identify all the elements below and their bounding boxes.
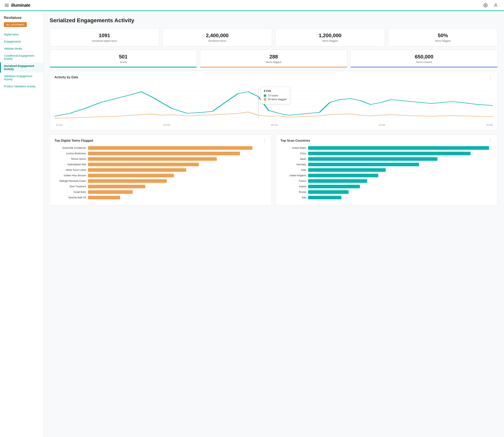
list-item: Midnight Renewal Cream: [55, 179, 267, 183]
list-item: Japan: [281, 157, 493, 161]
bar-fill: [308, 179, 367, 183]
svg-point-1: [495, 4, 496, 5]
bar-label: Ireland: [281, 185, 306, 188]
x-label-4: 23 Feb: [486, 124, 493, 126]
stats-row-1: 1091 Serialized digital twins 2,400,000 …: [50, 28, 498, 46]
header-right: [482, 2, 499, 9]
list-item: HydraSplash Mist: [55, 163, 267, 166]
x-label-0: 23 Jan: [56, 124, 63, 126]
bar-outer: [88, 152, 267, 155]
bar-outer: [308, 179, 493, 183]
list-item: United Kingdom: [281, 174, 493, 177]
list-item: Ireland: [281, 185, 493, 188]
sidebar-item-engagements[interactable]: Engagements: [0, 38, 43, 45]
bar-label: Germany: [281, 163, 306, 166]
sidebar-item-validate-media[interactable]: Validate Media: [0, 45, 43, 52]
sidebar-item-conditional-engagement[interactable]: Conditional Engagement Activity: [0, 52, 43, 62]
account-button[interactable]: [492, 2, 499, 9]
sidebar-item-validation-engagement[interactable]: Validation Engagement Activity: [0, 73, 43, 83]
list-item: Golden Hour Bronzer: [55, 174, 267, 177]
bar-outer: [88, 168, 267, 172]
list-item: Revive Serum: [55, 157, 267, 161]
sidebar: Revitaluxe ALL ACCOUNTS Digital twins En…: [0, 11, 43, 437]
stat-value-items-flagged-2: 288: [205, 54, 342, 60]
hamburger-icon[interactable]: [5, 4, 9, 7]
bar-fill: [308, 157, 437, 161]
top-countries-card: Top Scan Countries ⋮ United States China…: [276, 134, 498, 205]
chart-tooltip: 8 Feb 73 scans 59 items flagged: [261, 87, 290, 104]
top-flagged-bars: DreamSilk Conditioner Lumina Moisturizer…: [55, 146, 267, 199]
bar-outer: [308, 152, 493, 155]
tooltip-date: 8 Feb: [264, 89, 286, 92]
bar-outer: [308, 196, 493, 199]
teal-swatch: [264, 94, 266, 97]
stat-card-digital-twins: 1091 Serialized digital twins: [50, 28, 159, 46]
tooltip-items-flagged: 59 items flagged: [264, 98, 286, 101]
bar-fill: [88, 190, 133, 194]
sidebar-item-product-validation[interactable]: Product Validation Activity: [0, 83, 43, 90]
bar-label: Sculpt Balm: [55, 191, 86, 193]
bar-label: Golden Hour Bronzer: [55, 174, 86, 177]
list-item: Elixir Treatment: [55, 185, 267, 188]
top-countries-options[interactable]: ⋮: [488, 138, 493, 143]
bar-fill: [88, 163, 199, 166]
x-label-1: 03 Feb: [163, 124, 170, 126]
stat-label-items-created: Items created: [355, 61, 493, 64]
stat-card-scans: 501 Scans: [50, 50, 197, 68]
bar-fill: [308, 190, 349, 194]
bar-outer: [308, 185, 493, 188]
bar-label: Russia: [281, 191, 306, 193]
bar-label: HydraSplash Mist: [55, 163, 86, 166]
bar-label: Japan: [281, 158, 306, 160]
chart-container: 8 Feb 73 scans 59 items flagged 23 Jan 0…: [55, 83, 493, 126]
bar-fill: [88, 168, 186, 172]
tooltip-items-flagged-label: 59 items flagged: [268, 98, 286, 101]
bar-label: Revive Serum: [55, 158, 86, 160]
stat-label-items-flagged-2: Items flagged: [205, 61, 342, 64]
sidebar-item-serialized-engagement[interactable]: Serialized Engagement Activity: [0, 62, 43, 73]
bar-fill: [308, 174, 378, 177]
settings-button[interactable]: [482, 2, 489, 9]
sidebar-nav: Digital twins Engagements Validate Media…: [0, 31, 43, 90]
list-item: China: [281, 152, 493, 155]
sidebar-item-digital-twins[interactable]: Digital twins: [0, 31, 43, 38]
bar-fill: [88, 157, 217, 161]
top-countries-bars: United States China Japan Germany India: [281, 146, 493, 199]
all-accounts-button[interactable]: ALL ACCOUNTS: [4, 22, 27, 27]
stat-value-items-created: 650,000: [355, 54, 493, 60]
bar-label: France: [281, 180, 306, 182]
list-item: Serenity Bath Oil: [55, 196, 267, 199]
bar-fill: [88, 152, 240, 155]
x-label-2: 09 Feb: [271, 124, 278, 126]
chart-header: Activity by Date ⋮: [55, 75, 493, 80]
bar-outer: [308, 163, 493, 166]
list-item: Russia: [281, 190, 493, 194]
bar-fill: [88, 179, 167, 183]
bar-label: Serenity Bath Oil: [55, 196, 86, 199]
list-item: United States: [281, 146, 493, 150]
bottom-row: Top Digital Twins Flagged ⋮ DreamSilk Co…: [50, 134, 498, 205]
bar-fill: [308, 168, 386, 172]
bar-fill: [308, 152, 471, 155]
top-flagged-header: Top Digital Twins Flagged ⋮: [55, 138, 267, 143]
svg-point-0: [485, 5, 486, 6]
bar-fill: [88, 146, 252, 150]
bar-outer: [308, 146, 493, 150]
stat-value-scans: 501: [55, 54, 192, 60]
stat-label-digital-twins: Serialized digital twins: [55, 39, 154, 42]
stats-row-2: 501 Scans 288 Items flagged 650,000 Item…: [50, 50, 498, 68]
stat-card-items-flagged-1: 1,200,000 Items flagged: [275, 28, 385, 46]
chart-options-button[interactable]: ⋮: [488, 75, 493, 80]
stat-card-serialized-items: 2,400,000 Serialized items: [162, 28, 272, 46]
bar-outer: [308, 157, 493, 161]
bar-label: Elixir Treatment: [55, 185, 86, 188]
stat-value-digital-twins: 1091: [55, 32, 154, 39]
bar-fill: [88, 174, 174, 177]
top-flagged-card: Top Digital Twins Flagged ⋮ DreamSilk Co…: [50, 134, 272, 205]
top-flagged-options[interactable]: ⋮: [262, 138, 267, 143]
bar-fill: [308, 163, 419, 166]
activity-chart-card: Activity by Date ⋮: [50, 71, 498, 130]
bar-label: United States: [281, 147, 306, 149]
stat-label-serialized-items: Serialized items: [167, 39, 267, 42]
stat-value-items-flagged-pct: 50%: [393, 32, 493, 39]
